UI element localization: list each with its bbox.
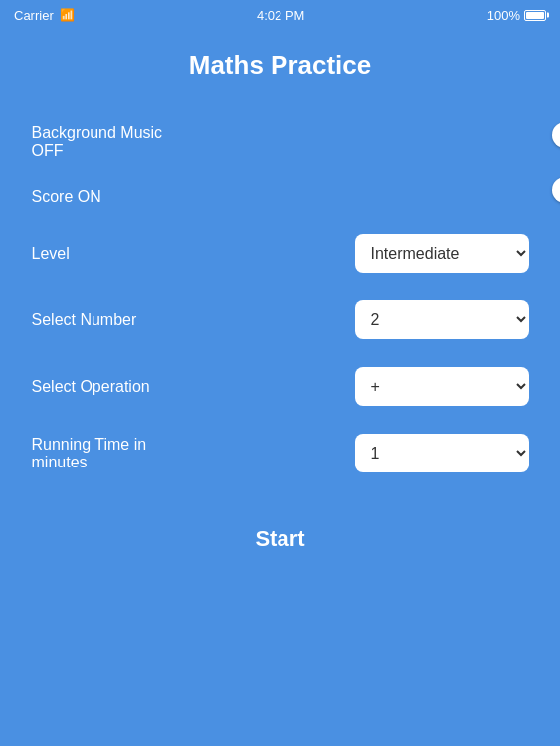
level-row: Level Beginner Intermediate Advanced [32,220,529,286]
status-bar-left: Carrier 📶 [14,8,75,23]
running-time-row: Running Time in minutes 1 2 3 5 10 [32,420,529,486]
running-time-select[interactable]: 1 2 3 5 10 [355,434,529,472]
background-music-label: Background Music OFF [32,124,191,160]
battery-body [524,10,546,21]
form-container: Background Music OFF Score ON [32,110,529,486]
app-title: Maths Practice [189,50,372,81]
start-button[interactable]: Start [225,516,334,562]
battery-icon [524,10,546,21]
carrier-label: Carrier [14,8,54,23]
status-bar: Carrier 📶 4:02 PM 100% [0,0,560,30]
score-row: Score ON [32,174,529,220]
select-operation-select[interactable]: + - × ÷ [355,367,529,406]
select-number-label: Select Number [32,311,137,329]
select-operation-row: Select Operation + - × ÷ [32,353,529,420]
toggle-thumb-bg-music [552,122,561,148]
status-bar-time: 4:02 PM [257,8,304,23]
level-field-container: Beginner Intermediate Advanced [355,234,529,273]
level-label: Level [32,245,70,263]
wifi-icon: 📶 [60,8,75,22]
select-number-field-container: 1 2 3 4 5 6 7 8 9 10 [355,300,529,339]
running-time-label: Running Time in minutes [32,436,191,471]
toggle-thumb-score [552,177,561,203]
running-time-field-container: 1 2 3 5 10 [355,434,529,472]
select-operation-field-container: + - × ÷ [355,367,529,406]
status-bar-right: 100% [487,8,546,23]
main-content: Maths Practice Background Music OFF Scor… [0,30,560,582]
score-label: Score ON [32,188,101,206]
select-number-select[interactable]: 1 2 3 4 5 6 7 8 9 10 [355,300,529,339]
background-music-row: Background Music OFF [32,110,529,174]
level-select[interactable]: Beginner Intermediate Advanced [355,234,529,273]
select-operation-label: Select Operation [32,378,150,396]
battery-percentage: 100% [487,8,520,23]
select-number-row: Select Number 1 2 3 4 5 6 7 8 9 10 [32,286,529,353]
battery-fill [526,12,544,19]
